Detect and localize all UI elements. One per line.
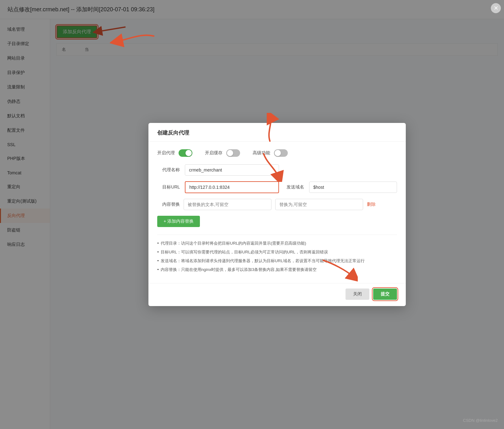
delete-replace-link[interactable]: 删除 (367, 202, 376, 207)
proxy-toggle-group: 开启代理 (157, 149, 192, 157)
notes-section: 代理目录：访问这个目录时将会把目标URL的内容返回并显示(需要开启高级功能) 目… (157, 235, 397, 273)
arrow-to-domain (160, 176, 179, 198)
cache-toggle-switch[interactable] (226, 149, 240, 157)
advanced-toggle-switch[interactable] (274, 149, 288, 157)
note-item-1: 代理目录：访问这个目录时将会把目标URL的内容返回并显示(需要开启高级功能) (157, 241, 397, 246)
note-item-3: 发送域名：将域名添加到请求头传递到代理服务器，默认为目标URL域名，若设置不当可… (157, 258, 397, 264)
proxy-name-row: 代理名称 (157, 164, 397, 176)
dialog-outer-close-button[interactable]: ✕ (491, 3, 501, 13)
url-domain-row: 目标URL 发送域名 (157, 181, 397, 193)
advanced-toggle-label: 高级功能 (253, 150, 270, 156)
cache-toggle-label: 开启缓存 (205, 150, 223, 156)
dialog-footer: 关闭 提交 (148, 283, 406, 306)
note-item-4: 内容替换：只能在使用nginx时提供，最多可以添加3条替换内容,如果不需要替换请… (157, 267, 397, 273)
content-replace-to-input[interactable] (275, 199, 363, 210)
cache-toggle-knob (227, 150, 233, 156)
cache-toggle-group: 开启缓存 (205, 149, 240, 157)
submit-button[interactable]: 提交 (373, 289, 397, 300)
dialog-body: 开启代理 开启缓存 高级功能 代理名称 (148, 142, 406, 283)
target-url-input[interactable] (185, 181, 279, 193)
add-replace-button[interactable]: + 添加内容替换 (157, 216, 200, 227)
proxy-name-label: 代理名称 (157, 167, 180, 173)
send-domain-input[interactable] (309, 182, 397, 193)
advanced-toggle-knob (275, 150, 281, 156)
advanced-toggle-group: 高级功能 (253, 149, 288, 157)
proxy-toggle-switch[interactable] (179, 149, 192, 157)
content-replace-label: 内容替换 (157, 202, 180, 207)
create-proxy-dialog: 创建反向代理 开启代理 开启缓存 高级功能 (148, 123, 406, 306)
watermark: CSDN @linlinlove2 (463, 418, 498, 423)
note-item-2: 目标URL：可以填写你需要代理的站点，目标URL必须为可正常访问的URL，否则将… (157, 249, 397, 255)
close-button[interactable]: 关闭 (346, 289, 369, 300)
content-replace-row: 内容替换 删除 (157, 199, 397, 210)
send-domain-label: 发送域名 (284, 184, 304, 190)
proxy-toggle-knob (185, 150, 192, 156)
content-replace-from-input[interactable] (184, 199, 271, 210)
proxy-name-input[interactable] (185, 164, 279, 176)
dialog-title: 创建反向代理 (148, 123, 406, 142)
proxy-toggle-label: 开启代理 (157, 150, 175, 156)
toggle-row: 开启代理 开启缓存 高级功能 (157, 149, 397, 157)
